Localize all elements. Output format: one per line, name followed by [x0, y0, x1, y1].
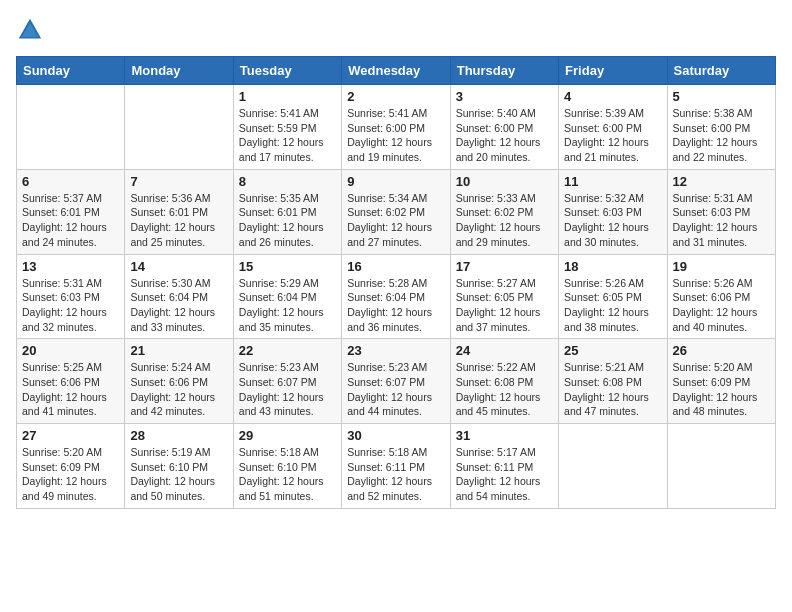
day-number: 19 [673, 259, 770, 274]
day-number: 18 [564, 259, 661, 274]
calendar-cell: 19Sunrise: 5:26 AM Sunset: 6:06 PM Dayli… [667, 254, 775, 339]
calendar-cell: 13Sunrise: 5:31 AM Sunset: 6:03 PM Dayli… [17, 254, 125, 339]
day-number: 6 [22, 174, 119, 189]
header-monday: Monday [125, 57, 233, 85]
day-detail: Sunrise: 5:40 AM Sunset: 6:00 PM Dayligh… [456, 106, 553, 165]
day-number: 21 [130, 343, 227, 358]
calendar-cell: 8Sunrise: 5:35 AM Sunset: 6:01 PM Daylig… [233, 169, 341, 254]
day-number: 1 [239, 89, 336, 104]
calendar-cell: 21Sunrise: 5:24 AM Sunset: 6:06 PM Dayli… [125, 339, 233, 424]
day-number: 27 [22, 428, 119, 443]
header-saturday: Saturday [667, 57, 775, 85]
day-detail: Sunrise: 5:32 AM Sunset: 6:03 PM Dayligh… [564, 191, 661, 250]
day-number: 11 [564, 174, 661, 189]
day-detail: Sunrise: 5:33 AM Sunset: 6:02 PM Dayligh… [456, 191, 553, 250]
header-thursday: Thursday [450, 57, 558, 85]
day-number: 5 [673, 89, 770, 104]
day-number: 8 [239, 174, 336, 189]
day-detail: Sunrise: 5:35 AM Sunset: 6:01 PM Dayligh… [239, 191, 336, 250]
calendar-cell: 7Sunrise: 5:36 AM Sunset: 6:01 PM Daylig… [125, 169, 233, 254]
logo [16, 16, 48, 44]
day-number: 10 [456, 174, 553, 189]
calendar-cell: 11Sunrise: 5:32 AM Sunset: 6:03 PM Dayli… [559, 169, 667, 254]
calendar-cell [667, 424, 775, 509]
day-detail: Sunrise: 5:18 AM Sunset: 6:11 PM Dayligh… [347, 445, 444, 504]
day-number: 15 [239, 259, 336, 274]
day-number: 20 [22, 343, 119, 358]
calendar-cell: 17Sunrise: 5:27 AM Sunset: 6:05 PM Dayli… [450, 254, 558, 339]
day-detail: Sunrise: 5:20 AM Sunset: 6:09 PM Dayligh… [22, 445, 119, 504]
page-header [16, 16, 776, 44]
week-row-3: 13Sunrise: 5:31 AM Sunset: 6:03 PM Dayli… [17, 254, 776, 339]
day-number: 26 [673, 343, 770, 358]
header-friday: Friday [559, 57, 667, 85]
day-number: 24 [456, 343, 553, 358]
calendar-cell: 20Sunrise: 5:25 AM Sunset: 6:06 PM Dayli… [17, 339, 125, 424]
day-detail: Sunrise: 5:29 AM Sunset: 6:04 PM Dayligh… [239, 276, 336, 335]
day-number: 2 [347, 89, 444, 104]
calendar-cell: 15Sunrise: 5:29 AM Sunset: 6:04 PM Dayli… [233, 254, 341, 339]
day-detail: Sunrise: 5:21 AM Sunset: 6:08 PM Dayligh… [564, 360, 661, 419]
calendar-cell: 5Sunrise: 5:38 AM Sunset: 6:00 PM Daylig… [667, 85, 775, 170]
day-number: 25 [564, 343, 661, 358]
day-detail: Sunrise: 5:23 AM Sunset: 6:07 PM Dayligh… [239, 360, 336, 419]
day-number: 9 [347, 174, 444, 189]
calendar-cell: 29Sunrise: 5:18 AM Sunset: 6:10 PM Dayli… [233, 424, 341, 509]
calendar-header-row: SundayMondayTuesdayWednesdayThursdayFrid… [17, 57, 776, 85]
calendar-cell: 16Sunrise: 5:28 AM Sunset: 6:04 PM Dayli… [342, 254, 450, 339]
day-detail: Sunrise: 5:26 AM Sunset: 6:06 PM Dayligh… [673, 276, 770, 335]
calendar-cell: 24Sunrise: 5:22 AM Sunset: 6:08 PM Dayli… [450, 339, 558, 424]
calendar-cell: 1Sunrise: 5:41 AM Sunset: 5:59 PM Daylig… [233, 85, 341, 170]
day-number: 29 [239, 428, 336, 443]
day-detail: Sunrise: 5:37 AM Sunset: 6:01 PM Dayligh… [22, 191, 119, 250]
day-number: 23 [347, 343, 444, 358]
day-detail: Sunrise: 5:41 AM Sunset: 6:00 PM Dayligh… [347, 106, 444, 165]
header-tuesday: Tuesday [233, 57, 341, 85]
day-detail: Sunrise: 5:38 AM Sunset: 6:00 PM Dayligh… [673, 106, 770, 165]
calendar-cell: 26Sunrise: 5:20 AM Sunset: 6:09 PM Dayli… [667, 339, 775, 424]
header-wednesday: Wednesday [342, 57, 450, 85]
day-detail: Sunrise: 5:20 AM Sunset: 6:09 PM Dayligh… [673, 360, 770, 419]
day-detail: Sunrise: 5:24 AM Sunset: 6:06 PM Dayligh… [130, 360, 227, 419]
calendar-cell: 9Sunrise: 5:34 AM Sunset: 6:02 PM Daylig… [342, 169, 450, 254]
calendar-cell [125, 85, 233, 170]
calendar-cell: 25Sunrise: 5:21 AM Sunset: 6:08 PM Dayli… [559, 339, 667, 424]
calendar-body: 1Sunrise: 5:41 AM Sunset: 5:59 PM Daylig… [17, 85, 776, 509]
calendar-cell: 28Sunrise: 5:19 AM Sunset: 6:10 PM Dayli… [125, 424, 233, 509]
day-number: 12 [673, 174, 770, 189]
day-detail: Sunrise: 5:27 AM Sunset: 6:05 PM Dayligh… [456, 276, 553, 335]
calendar-cell: 22Sunrise: 5:23 AM Sunset: 6:07 PM Dayli… [233, 339, 341, 424]
calendar-cell [17, 85, 125, 170]
calendar-cell: 31Sunrise: 5:17 AM Sunset: 6:11 PM Dayli… [450, 424, 558, 509]
day-number: 16 [347, 259, 444, 274]
day-detail: Sunrise: 5:31 AM Sunset: 6:03 PM Dayligh… [22, 276, 119, 335]
day-detail: Sunrise: 5:26 AM Sunset: 6:05 PM Dayligh… [564, 276, 661, 335]
day-number: 13 [22, 259, 119, 274]
day-detail: Sunrise: 5:34 AM Sunset: 6:02 PM Dayligh… [347, 191, 444, 250]
day-detail: Sunrise: 5:25 AM Sunset: 6:06 PM Dayligh… [22, 360, 119, 419]
calendar-cell: 30Sunrise: 5:18 AM Sunset: 6:11 PM Dayli… [342, 424, 450, 509]
calendar-cell: 14Sunrise: 5:30 AM Sunset: 6:04 PM Dayli… [125, 254, 233, 339]
week-row-4: 20Sunrise: 5:25 AM Sunset: 6:06 PM Dayli… [17, 339, 776, 424]
week-row-2: 6Sunrise: 5:37 AM Sunset: 6:01 PM Daylig… [17, 169, 776, 254]
day-detail: Sunrise: 5:41 AM Sunset: 5:59 PM Dayligh… [239, 106, 336, 165]
day-number: 3 [456, 89, 553, 104]
day-number: 7 [130, 174, 227, 189]
calendar-cell: 27Sunrise: 5:20 AM Sunset: 6:09 PM Dayli… [17, 424, 125, 509]
calendar-cell: 2Sunrise: 5:41 AM Sunset: 6:00 PM Daylig… [342, 85, 450, 170]
day-detail: Sunrise: 5:28 AM Sunset: 6:04 PM Dayligh… [347, 276, 444, 335]
day-detail: Sunrise: 5:22 AM Sunset: 6:08 PM Dayligh… [456, 360, 553, 419]
week-row-1: 1Sunrise: 5:41 AM Sunset: 5:59 PM Daylig… [17, 85, 776, 170]
header-sunday: Sunday [17, 57, 125, 85]
day-detail: Sunrise: 5:18 AM Sunset: 6:10 PM Dayligh… [239, 445, 336, 504]
day-detail: Sunrise: 5:17 AM Sunset: 6:11 PM Dayligh… [456, 445, 553, 504]
day-number: 4 [564, 89, 661, 104]
calendar-cell: 10Sunrise: 5:33 AM Sunset: 6:02 PM Dayli… [450, 169, 558, 254]
calendar-cell: 4Sunrise: 5:39 AM Sunset: 6:00 PM Daylig… [559, 85, 667, 170]
calendar-cell: 12Sunrise: 5:31 AM Sunset: 6:03 PM Dayli… [667, 169, 775, 254]
calendar-cell: 18Sunrise: 5:26 AM Sunset: 6:05 PM Dayli… [559, 254, 667, 339]
calendar-cell: 3Sunrise: 5:40 AM Sunset: 6:00 PM Daylig… [450, 85, 558, 170]
day-number: 30 [347, 428, 444, 443]
day-detail: Sunrise: 5:39 AM Sunset: 6:00 PM Dayligh… [564, 106, 661, 165]
day-number: 28 [130, 428, 227, 443]
